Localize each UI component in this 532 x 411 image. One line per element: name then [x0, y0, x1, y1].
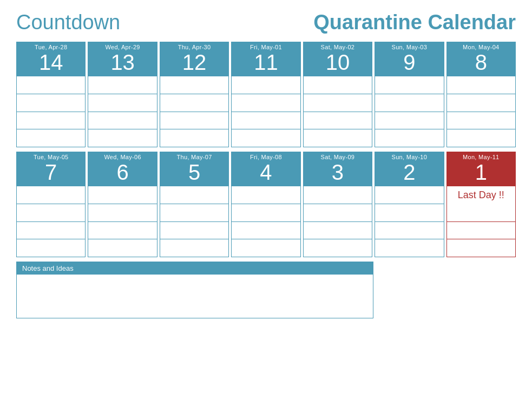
day-lines: [17, 76, 85, 147]
day-line: [304, 112, 372, 130]
day-header: Mon, May-111: [447, 152, 515, 186]
day-cell[interactable]: Thu, May-075: [160, 152, 229, 257]
day-header: Sat, May-093: [304, 152, 372, 186]
day-line: [88, 94, 156, 112]
day-cell[interactable]: Mon, May-111Last Day !!: [446, 152, 516, 257]
day-line: [304, 186, 372, 204]
day-line: [17, 204, 85, 222]
day-cell[interactable]: Sun, May-039: [375, 42, 444, 147]
day-lines: [232, 76, 300, 147]
day-header: Tue, Apr-2814: [17, 42, 85, 76]
day-cell[interactable]: Sat, May-0210: [303, 42, 372, 147]
day-name: Fri, May-01: [232, 44, 300, 50]
day-number: 11: [232, 50, 300, 76]
day-line: [232, 186, 300, 204]
day-line: [375, 129, 443, 147]
day-number: 2: [375, 160, 443, 186]
day-name: Tue, May-05: [17, 154, 85, 160]
day-line: [375, 222, 443, 240]
day-line: [447, 204, 515, 222]
day-name: Sat, May-09: [304, 154, 372, 160]
day-name: Thu, Apr-30: [160, 44, 228, 50]
day-line: [232, 204, 300, 222]
day-cell[interactable]: Fri, May-0111: [231, 42, 300, 147]
week1-grid: Tue, Apr-2814Wed, Apr-2913Thu, Apr-3012F…: [16, 42, 516, 147]
day-line: [17, 222, 85, 240]
day-line: [88, 76, 156, 94]
day-lines: [160, 186, 228, 257]
day-number: 8: [447, 50, 515, 76]
last-day-text: Last Day !!: [447, 186, 515, 204]
day-header: Thu, May-075: [160, 152, 228, 186]
day-lines: [375, 186, 443, 257]
day-number: 13: [88, 50, 156, 76]
day-name: Mon, May-11: [447, 154, 515, 160]
day-header: Thu, Apr-3012: [160, 42, 228, 76]
countdown-label: Countdown: [16, 11, 120, 34]
day-cell[interactable]: Thu, Apr-3012: [160, 42, 229, 147]
day-cell[interactable]: Sun, May-102: [375, 152, 444, 257]
week2-grid: Tue, May-057Wed, May-066Thu, May-075Fri,…: [16, 152, 516, 257]
day-line: [447, 129, 515, 147]
day-lines: [88, 186, 156, 257]
day-cell[interactable]: Wed, Apr-2913: [88, 42, 157, 147]
day-lines: [304, 186, 372, 257]
day-name: Wed, May-06: [88, 154, 156, 160]
day-line: [88, 239, 156, 257]
day-name: Sun, May-10: [375, 154, 443, 160]
day-cell[interactable]: Mon, May-048: [446, 42, 516, 147]
day-lines: [232, 186, 300, 257]
day-line: [304, 239, 372, 257]
day-number: 9: [375, 50, 443, 76]
day-name: Fri, May-08: [232, 154, 300, 160]
day-line: [375, 204, 443, 222]
day-line: [447, 76, 515, 94]
day-line: [160, 222, 228, 240]
day-line: [88, 129, 156, 147]
day-header: Tue, May-057: [17, 152, 85, 186]
day-number: 14: [17, 50, 85, 76]
day-line: [88, 186, 156, 204]
day-line: [447, 239, 515, 257]
day-lines: [88, 76, 156, 147]
day-line: [304, 94, 372, 112]
day-line: [232, 222, 300, 240]
notes-body[interactable]: [17, 275, 373, 318]
day-line: [232, 94, 300, 112]
day-name: Mon, May-04: [447, 44, 515, 50]
day-line: [160, 76, 228, 94]
day-line: [88, 112, 156, 130]
day-name: Sun, May-03: [375, 44, 443, 50]
day-cell[interactable]: Wed, May-066: [88, 152, 157, 257]
day-name: Sat, May-02: [304, 44, 372, 50]
day-header: Fri, May-084: [232, 152, 300, 186]
day-line: [232, 112, 300, 130]
day-line: [17, 112, 85, 130]
day-line: [160, 239, 228, 257]
notes-header: Notes and Ideas: [17, 262, 373, 275]
day-number: 12: [160, 50, 228, 76]
day-line: [88, 204, 156, 222]
day-line: [88, 222, 156, 240]
day-cell[interactable]: Fri, May-084: [231, 152, 300, 257]
day-number: 1: [447, 160, 515, 186]
day-number: 3: [304, 160, 372, 186]
day-header: Sat, May-0210: [304, 42, 372, 76]
day-cell[interactable]: Tue, Apr-2814: [16, 42, 86, 147]
day-line: [304, 222, 372, 240]
day-lines: [17, 186, 85, 257]
day-line: [160, 204, 228, 222]
day-lines: [160, 76, 228, 147]
day-line: [375, 76, 443, 94]
day-line: [160, 186, 228, 204]
day-line: [17, 94, 85, 112]
day-lines: [304, 76, 372, 147]
day-header: Sun, May-102: [375, 152, 443, 186]
day-number: 5: [160, 160, 228, 186]
day-cell[interactable]: Tue, May-057: [16, 152, 86, 257]
day-line: [160, 112, 228, 130]
day-header: Wed, May-066: [88, 152, 156, 186]
day-line: [447, 94, 515, 112]
day-cell[interactable]: Sat, May-093: [303, 152, 372, 257]
day-header: Fri, May-0111: [232, 42, 300, 76]
